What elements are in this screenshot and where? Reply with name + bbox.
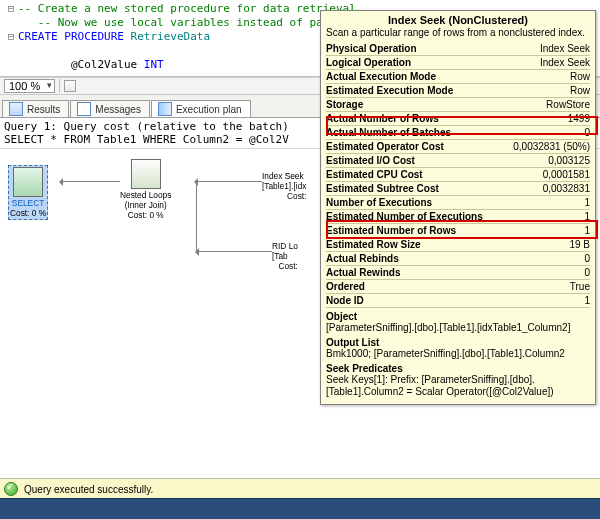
- plan-arrow: [196, 181, 197, 251]
- tooltip-row: Number of Executions1: [326, 196, 590, 210]
- select-icon: [13, 167, 43, 197]
- tooltip-row: Logical OperationIndex Seek: [326, 56, 590, 70]
- tab-results[interactable]: Results: [2, 100, 69, 117]
- messages-icon: [77, 102, 91, 116]
- tooltip-row: Actual Execution ModeRow: [326, 70, 590, 84]
- separator: [59, 79, 60, 93]
- code-line: -- Create a new stored procedure for dat…: [18, 2, 362, 15]
- tooltip-key: Ordered: [326, 280, 365, 293]
- tooltip-key: Logical Operation: [326, 56, 411, 69]
- plan-node-label: RID Lo: [272, 241, 298, 251]
- tooltip-key: Estimated Row Size: [326, 238, 420, 251]
- tooltip-key: Estimated CPU Cost: [326, 168, 423, 181]
- tooltip-row: Actual Number of Rows1499: [326, 112, 590, 126]
- tooltip-section: Seek Predicates: [326, 363, 590, 374]
- grid-icon: [9, 102, 23, 116]
- tooltip-row: Estimated Subtree Cost0,0032831: [326, 182, 590, 196]
- code-ident: @Col2Value: [18, 58, 144, 71]
- tooltip-value: 1499: [568, 112, 590, 125]
- tooltip-value: 0: [584, 252, 590, 265]
- fold-gutter[interactable]: ⊟: [6, 2, 16, 16]
- plan-arrow: [196, 251, 272, 252]
- plan-node-rid-lookup[interactable]: RID Lo [Tab Cost:: [272, 241, 298, 271]
- tooltip-key: Actual Number of Rows: [326, 112, 439, 125]
- tooltip-key: Actual Number of Batches: [326, 126, 451, 139]
- tooltip-key: Physical Operation: [326, 42, 417, 55]
- zoom-value: 100 %: [9, 80, 40, 92]
- operator-tooltip: Index Seek (NonClustered) Scan a particu…: [320, 10, 596, 405]
- plan-node-cost: Cost: 0 %: [10, 208, 46, 218]
- plan-node-label: Index Seek: [262, 171, 306, 181]
- status-bar: Query executed successfully.: [0, 478, 600, 499]
- tooltip-row: Node ID1: [326, 294, 590, 308]
- tooltip-row: Estimated Number of Rows1: [326, 224, 590, 238]
- tooltip-value: 0,0001581: [543, 168, 590, 181]
- tooltip-key: Actual Rebinds: [326, 252, 399, 265]
- tooltip-key: Estimated I/O Cost: [326, 154, 415, 167]
- plan-node-sub: (Inner Join): [120, 200, 171, 210]
- success-icon: [4, 482, 18, 496]
- plan-node-select[interactable]: SELECT Cost: 0 %: [8, 165, 48, 220]
- tooltip-row: OrderedTrue: [326, 280, 590, 294]
- code-kw: INT: [144, 58, 164, 71]
- tooltip-value: 0,0032831: [543, 182, 590, 195]
- tooltip-desc: Scan a particular range of rows from a n…: [326, 27, 590, 38]
- tooltip-value: Row: [570, 70, 590, 83]
- plan-node-label: SELECT: [10, 198, 46, 208]
- tooltip-value: 1: [584, 294, 590, 307]
- tooltip-row: Estimated Operator Cost0,0032831 (50%): [326, 140, 590, 154]
- tooltip-key: Number of Executions: [326, 196, 432, 209]
- tooltip-title: Index Seek (NonClustered): [326, 14, 590, 26]
- plan-node-label: Nested Loops: [120, 190, 171, 200]
- tooltip-key: Estimated Operator Cost: [326, 140, 444, 153]
- code-ident: RetrieveData: [131, 30, 210, 43]
- tooltip-value: Index Seek: [540, 56, 590, 69]
- tooltip-section: Object: [326, 311, 590, 322]
- zoom-combo[interactable]: 100 %: [4, 79, 55, 93]
- tab-execution-plan[interactable]: Execution plan: [151, 100, 251, 117]
- tooltip-value: 0: [584, 126, 590, 139]
- tooltip-key: Estimated Number of Executions: [326, 210, 483, 223]
- code-kw: CREATE PROCEDURE: [18, 30, 131, 43]
- tooltip-value: 19 B: [569, 238, 590, 251]
- tooltip-value: True: [570, 280, 590, 293]
- status-message: Query executed successfully.: [24, 484, 153, 495]
- tooltip-row: Estimated I/O Cost0,003125: [326, 154, 590, 168]
- plan-arrow: [60, 181, 120, 182]
- tooltip-value: RowStore: [546, 98, 590, 111]
- plan-node-cost: Cost: 0 %: [120, 210, 171, 220]
- plan-node-index-seek[interactable]: Index Seek [Table1].[idx Cost:: [262, 171, 306, 201]
- tooltip-output: Bmk1000; [ParameterSniffing].[dbo].[Tabl…: [326, 348, 590, 360]
- tooltip-key: Estimated Execution Mode: [326, 84, 453, 97]
- tooltip-row: Actual Number of Batches0: [326, 126, 590, 140]
- plan-arrow: [195, 181, 262, 182]
- tooltip-key: Estimated Subtree Cost: [326, 182, 439, 195]
- tooltip-seek: [Table1].Column2 = Scalar Operator([@Col…: [326, 386, 590, 398]
- tooltip-key: Storage: [326, 98, 363, 111]
- tooltip-key: Estimated Number of Rows: [326, 224, 456, 237]
- connection-bar: [0, 498, 600, 519]
- toolbar-button[interactable]: [64, 80, 76, 92]
- plan-node-sub: [Tab: [272, 251, 298, 261]
- tooltip-row: Physical OperationIndex Seek: [326, 42, 590, 56]
- nested-loops-icon: [131, 159, 161, 189]
- tooltip-row: Estimated CPU Cost0,0001581: [326, 168, 590, 182]
- fold-gutter[interactable]: ⊟: [6, 30, 16, 44]
- tooltip-seek: Seek Keys[1]: Prefix: [ParameterSniffing…: [326, 374, 590, 386]
- tooltip-value: Row: [570, 84, 590, 97]
- tooltip-key: Actual Execution Mode: [326, 70, 436, 83]
- tooltip-key: Node ID: [326, 294, 364, 307]
- tooltip-value: 1: [584, 196, 590, 209]
- tooltip-value: 1: [584, 210, 590, 223]
- plan-node-cost: Cost:: [262, 191, 306, 201]
- tab-label: Execution plan: [176, 104, 242, 115]
- tooltip-row: Actual Rewinds0: [326, 266, 590, 280]
- execution-plan-icon: [158, 102, 172, 116]
- tooltip-value: 0,003125: [548, 154, 590, 167]
- tooltip-row: Actual Rebinds0: [326, 252, 590, 266]
- tab-messages[interactable]: Messages: [70, 100, 150, 117]
- plan-node-sub: [Table1].[idx: [262, 181, 306, 191]
- plan-node-nested-loops[interactable]: Nested Loops (Inner Join) Cost: 0 %: [120, 159, 171, 220]
- tab-label: Messages: [95, 104, 141, 115]
- tooltip-key: Actual Rewinds: [326, 266, 400, 279]
